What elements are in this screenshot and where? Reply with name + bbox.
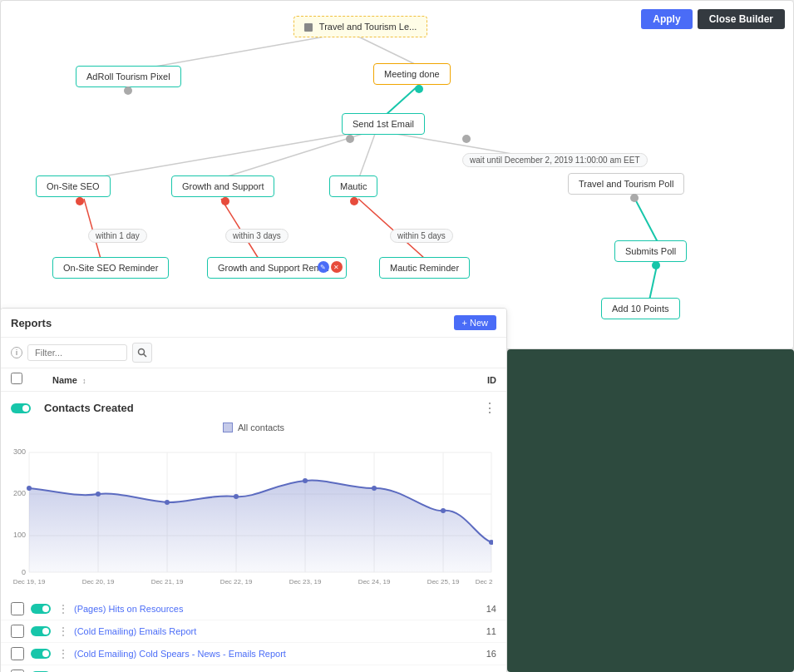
dark-panel [507, 349, 794, 672]
svg-text:300: 300 [13, 447, 26, 456]
node-tourism-poll[interactable]: Travel and Tourism Poll [568, 173, 684, 195]
dot-send1st-r [462, 135, 471, 143]
chart-title-row: Contacts Created ⋮ [11, 400, 496, 416]
reports-panel: Reports + New i Name ↕ ID [0, 308, 507, 672]
chart-menu-icon[interactable]: ⋮ [483, 400, 496, 416]
row-name-1[interactable]: (Cold Emailing) Emails Report [74, 626, 463, 636]
svg-point-30 [27, 486, 32, 491]
svg-line-2 [385, 86, 418, 116]
node-mautic-reminder[interactable]: Mautic Reminder [379, 257, 470, 279]
svg-line-4 [217, 134, 362, 180]
svg-line-10 [633, 195, 658, 242]
search-button[interactable] [132, 343, 152, 363]
node-meeting[interactable]: Meeting done [373, 63, 451, 85]
new-report-button[interactable]: + New [454, 315, 497, 330]
legend-box [223, 422, 233, 432]
chart-legend: All contacts [11, 422, 496, 432]
svg-text:Dec 25, 19: Dec 25, 19 [427, 578, 460, 586]
svg-text:Dec 24, 19: Dec 24, 19 [358, 578, 391, 586]
row-id-0: 14 [463, 604, 496, 614]
svg-line-13 [144, 354, 147, 358]
table-header: Name ↕ ID [1, 368, 506, 392]
wait-label: wait until December 2, 2019 11:00:00 am … [462, 153, 648, 167]
svg-point-31 [96, 492, 101, 497]
svg-point-35 [372, 486, 377, 491]
svg-point-32 [165, 500, 170, 505]
delete-icon[interactable]: ✕ [331, 261, 343, 273]
dot-mautic-bottom [350, 197, 358, 205]
report-row[interactable]: ⋮ (Cold Emailing) Cold Spears - News - E… [1, 643, 506, 665]
chart-toggle[interactable] [11, 403, 31, 413]
svg-line-3 [84, 134, 350, 180]
node-send1st[interactable]: Send 1st Email [342, 113, 425, 135]
label-day1: within 1 day [88, 229, 147, 243]
start-node[interactable]: Travel and Tourism Le... [293, 16, 427, 37]
svg-point-12 [139, 349, 145, 355]
row-checkbox-2[interactable] [11, 647, 24, 660]
top-bar: Apply Close Builder [641, 9, 785, 29]
svg-line-5 [358, 134, 375, 180]
node-onsite-seo[interactable]: On-Site SEO [36, 175, 111, 197]
row-name-2[interactable]: (Cold Emailing) Cold Spears - News - Ema… [74, 649, 463, 659]
row-name-0[interactable]: (Pages) Hits on Resources [74, 604, 463, 614]
node-onsite-reminder[interactable]: On-Site SEO Reminder [52, 257, 169, 279]
apply-button[interactable]: Apply [641, 9, 692, 29]
select-all-checkbox[interactable] [11, 373, 22, 384]
node-growth-reminder[interactable]: Growth and Support Rem... ✎ ✕ [207, 257, 347, 279]
row-toggle-0[interactable] [31, 604, 51, 614]
edit-icon[interactable]: ✎ [318, 261, 329, 273]
th-name[interactable]: Name ↕ [52, 375, 430, 385]
sort-icon: ↕ [82, 377, 86, 385]
report-row[interactable]: ⋮ (Pages) Hits on Resources 14 [1, 598, 506, 620]
start-node-icon [304, 23, 313, 32]
row-checkbox-1[interactable] [11, 625, 24, 638]
row-checkbox-0[interactable] [11, 602, 24, 615]
report-row[interactable]: ⋮ (Cold Emailing) Cold Leads - Contacts … [1, 665, 506, 672]
chart-svg: 300 200 100 0 [11, 437, 493, 587]
row-options-2[interactable]: ⋮ [57, 647, 69, 660]
app-wrapper: Apply Close Builder Travel and Tourism L… [0, 0, 794, 672]
info-icon[interactable]: i [11, 347, 22, 358]
svg-text:Dec 23, 19: Dec 23, 19 [289, 578, 322, 586]
close-builder-button[interactable]: Close Builder [698, 9, 785, 29]
workflow-canvas: Apply Close Builder Travel and Tourism L… [0, 0, 794, 349]
row-toggle-2[interactable] [31, 649, 51, 659]
node-growth[interactable]: Growth and Support [171, 175, 274, 197]
node-mautic[interactable]: Mautic [329, 175, 377, 197]
svg-text:0: 0 [22, 568, 26, 576]
row-toggle-1[interactable] [31, 626, 51, 636]
dot-onsite-bottom [76, 197, 84, 205]
svg-text:100: 100 [13, 531, 26, 539]
dot-submits-bottom [652, 261, 660, 269]
svg-text:Dec 21, 19: Dec 21, 19 [151, 578, 184, 586]
svg-text:200: 200 [13, 489, 26, 497]
dot-growth-bottom [221, 197, 229, 205]
node-adroll[interactable]: AdRoll Tourism Pixel [76, 66, 181, 87]
node-add-points[interactable]: Add 10 Points [601, 298, 680, 319]
dot-meeting-bottom [415, 85, 423, 93]
chart-svg-wrapper: 300 200 100 0 [11, 437, 496, 590]
dot-adroll-bottom [124, 86, 132, 95]
reports-header: Reports + New [1, 309, 506, 338]
chart-title: Contacts Created [44, 402, 134, 414]
label-day5: within 5 days [390, 229, 453, 243]
svg-text:Dec 26, 19: Dec 26, 19 [476, 578, 493, 586]
report-row[interactable]: ⋮ (Cold Emailing) Emails Report 11 [1, 620, 506, 643]
svg-point-36 [441, 508, 446, 513]
row-options-0[interactable]: ⋮ [57, 602, 69, 615]
reports-title: Reports [11, 317, 52, 329]
row-id-2: 16 [463, 649, 496, 659]
search-icon [137, 348, 147, 358]
svg-text:Dec 19, 19: Dec 19, 19 [13, 578, 46, 586]
filter-input[interactable] [27, 344, 127, 361]
svg-point-34 [303, 478, 308, 483]
dot-send1st-l [346, 135, 354, 143]
row-id-1: 11 [463, 626, 496, 636]
chart-container: Contacts Created ⋮ All contacts 300 200 … [1, 392, 506, 598]
th-checkbox [11, 373, 36, 387]
svg-line-1 [150, 37, 325, 67]
row-options-1[interactable]: ⋮ [57, 625, 69, 638]
report-rows-container: ⋮ (Pages) Hits on Resources 14 ⋮ (Cold E… [1, 598, 506, 672]
legend-label: All contacts [238, 422, 284, 432]
node-submits-poll[interactable]: Submits Poll [614, 240, 687, 262]
